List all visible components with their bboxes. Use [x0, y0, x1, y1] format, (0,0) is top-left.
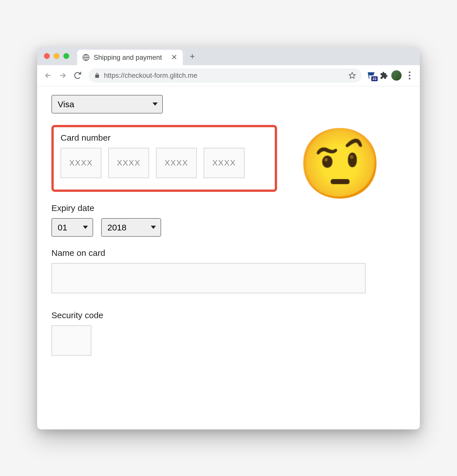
cvv-section: Security code [51, 310, 406, 356]
raised-eyebrow-emoji: 🤨 [297, 129, 383, 198]
card-type-select[interactable]: Visa [51, 95, 163, 113]
lock-icon [94, 72, 100, 79]
globe-icon [82, 54, 90, 61]
reload-button[interactable] [71, 69, 84, 82]
toolbar: https://checkout-form.glitch.me 33 [37, 65, 420, 86]
tab-title: Shipping and payment [94, 53, 167, 61]
browser-window: Shipping and payment ✕ + https://checkou… [37, 47, 420, 429]
svg-marker-1 [349, 72, 355, 78]
extension-badge: 33 [371, 76, 378, 81]
expiry-section: Expiry date 01 2018 [51, 203, 406, 237]
url-text: https://checkout-form.glitch.me [104, 71, 344, 79]
new-tab-button[interactable]: + [190, 51, 195, 62]
extensions-puzzle-icon[interactable] [379, 70, 389, 81]
traffic-lights [44, 53, 69, 59]
forward-button[interactable] [57, 69, 69, 82]
card-type-select-wrap: Visa [51, 95, 163, 113]
expiry-month-select[interactable]: 01 [51, 218, 93, 237]
minimize-window-button[interactable] [54, 53, 59, 59]
address-bar[interactable]: https://checkout-form.glitch.me [89, 68, 362, 83]
name-section: Name on card [51, 248, 406, 293]
card-number-highlight: Card number [51, 125, 277, 192]
profile-avatar[interactable] [391, 70, 402, 81]
bookmark-star-icon[interactable] [348, 72, 356, 79]
expiry-year-select[interactable]: 2018 [101, 218, 161, 237]
card-number-segment-4[interactable] [204, 148, 244, 178]
browser-tab[interactable]: Shipping and payment ✕ [77, 50, 183, 65]
expiry-label: Expiry date [51, 203, 406, 213]
name-on-card-input[interactable] [51, 263, 366, 293]
page-content: Visa Card number 🤨 Expiry date 01 [37, 86, 420, 429]
extension-icon[interactable]: 33 [366, 70, 376, 81]
card-number-segment-1[interactable] [61, 148, 101, 178]
card-number-segment-2[interactable] [108, 148, 149, 178]
name-on-card-label: Name on card [51, 248, 406, 258]
close-window-button[interactable] [44, 53, 50, 59]
card-number-label: Card number [61, 133, 268, 143]
back-button[interactable] [42, 69, 54, 82]
browser-menu-button[interactable] [404, 71, 415, 79]
security-code-input[interactable] [51, 325, 91, 356]
maximize-window-button[interactable] [63, 53, 69, 59]
title-bar: Shipping and payment ✕ + [37, 47, 420, 65]
close-tab-button[interactable]: ✕ [171, 53, 178, 62]
security-code-label: Security code [51, 310, 406, 320]
card-number-segment-3[interactable] [156, 148, 197, 178]
card-number-inputs [61, 148, 268, 178]
